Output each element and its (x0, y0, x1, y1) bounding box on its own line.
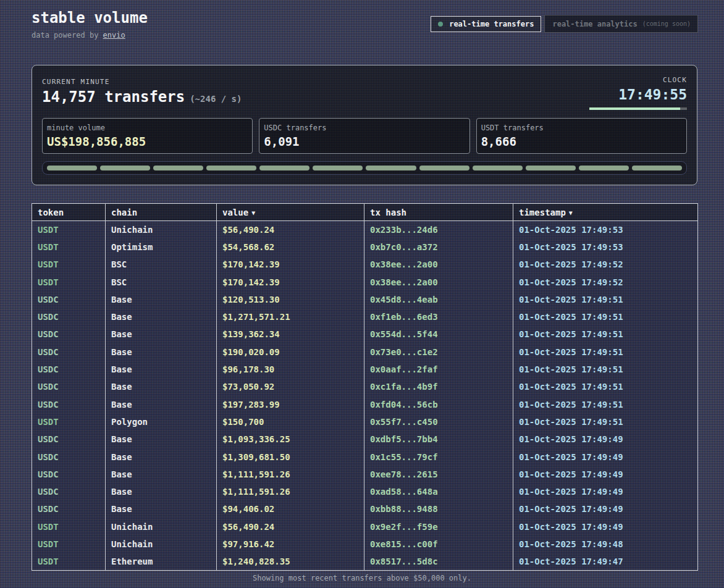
cell-chain: Unichain (106, 536, 217, 553)
table-row[interactable]: USDC Base $73,050.92 0xc1fa...4b9f 01-Oc… (32, 378, 698, 395)
table-row[interactable]: USDT Unichain $97,916.42 0xe815...c00f 0… (32, 536, 698, 553)
segment-4 (206, 166, 256, 170)
table-row[interactable]: USDC Base $1,271,571.21 0xf1eb...6ed3 01… (32, 308, 698, 326)
live-dot-icon (438, 22, 443, 27)
card-usdc-transfers: USDC transfers 6,091 (259, 118, 469, 154)
cell-chain: Base (106, 466, 217, 483)
cell-chain: Optimism (106, 238, 217, 256)
card-value: 8,666 (481, 135, 682, 148)
stat-cards: minute volume US$198,856,885 USDC transf… (42, 118, 687, 154)
cell-chain: Base (106, 291, 217, 308)
table-row[interactable]: USDT Polygon $150,700 0x55f7...c450 01-O… (32, 413, 698, 430)
cell-value: $1,240,828.35 (217, 553, 364, 570)
column-header-chain[interactable]: chain (106, 204, 217, 221)
minute-progress-segments (42, 161, 687, 175)
envio-link[interactable]: envio (103, 31, 125, 40)
cell-tx-hash: 0xdbf5...7bb4 (364, 430, 513, 448)
table-row[interactable]: USDC Base $190,020.09 0x73e0...c1e2 01-O… (32, 343, 698, 361)
cell-value: $170,142.39 (217, 256, 364, 273)
cell-tx-hash: 0xb7c0...a372 (364, 238, 513, 256)
cell-timestamp: 01-Oct-2025 17:49:47 (513, 553, 698, 570)
table-row[interactable]: USDC Base $1,111,591.26 0xee78...2615 01… (32, 466, 698, 483)
table-row[interactable]: USDC Base $1,111,591.26 0xad58...648a 01… (32, 483, 698, 500)
tab-analytics-label: real-time analytics (552, 20, 637, 28)
cell-chain: Polygon (106, 413, 217, 430)
hero-left: CURRENT MINUTE 14,757 transfers(~246 / s… (42, 76, 242, 110)
cell-timestamp: 01-Oct-2025 17:49:51 (513, 395, 698, 413)
cell-chain: BSC (106, 256, 217, 273)
cell-timestamp: 01-Oct-2025 17:49:51 (513, 291, 698, 308)
table-row[interactable]: USDC Base $120,513.30 0x45d8...4eab 01-O… (32, 291, 698, 308)
table-row[interactable]: USDC Base $94,406.02 0xbb88...9488 01-Oc… (32, 500, 698, 518)
cell-token: USDT (32, 238, 106, 256)
cell-token: USDC (32, 500, 106, 518)
column-header-tx-hash[interactable]: tx hash (364, 204, 513, 221)
hero-top-row: CURRENT MINUTE 14,757 transfers(~246 / s… (42, 76, 687, 110)
card-value: US$198,856,885 (47, 135, 248, 148)
cell-token: USDT (32, 536, 106, 553)
column-label: token (38, 208, 64, 217)
column-header-timestamp[interactable]: timestamp▼ (513, 204, 698, 221)
cell-token: USDC (32, 483, 106, 500)
table-row[interactable]: USDC Base $197,283.99 0xfd04...56cb 01-O… (32, 395, 698, 413)
cell-timestamp: 01-Oct-2025 17:49:49 (513, 518, 698, 536)
cell-token: USDC (32, 430, 106, 448)
table-body: USDT Unichain $56,490.24 0x233b...24d6 0… (32, 221, 698, 571)
tabs: real-time transfers real-time analytics … (431, 15, 698, 33)
cell-value: $56,490.24 (217, 518, 364, 536)
topbar: stable volume data powered by envio real… (32, 9, 698, 40)
transfer-count: 14,757 transfers(~246 / s) (42, 88, 242, 106)
cell-chain: BSC (106, 273, 217, 290)
segment-12 (632, 166, 682, 170)
cell-value: $170,142.39 (217, 273, 364, 290)
table-row[interactable]: USDC Base $96,178.30 0x0aaf...2faf 01-Oc… (32, 361, 698, 378)
cell-value: $190,020.09 (217, 343, 364, 361)
cell-token: USDT (32, 221, 106, 238)
tab-real-time-analytics[interactable]: real-time analytics (coming soon) (544, 15, 698, 33)
cell-value: $96,178.30 (217, 361, 364, 378)
cell-timestamp: 01-Oct-2025 17:49:53 (513, 221, 698, 238)
card-value: 6,091 (264, 135, 465, 148)
card-label: USDT transfers (481, 124, 682, 132)
cell-chain: Unichain (106, 518, 217, 536)
table-row[interactable]: USDC Base $1,309,681.50 0x1c55...79cf 01… (32, 448, 698, 465)
table-row[interactable]: USDT Ethereum $1,240,828.35 0x8517...5d8… (32, 553, 698, 570)
column-label: timestamp (519, 208, 566, 217)
tab-real-time-transfers[interactable]: real-time transfers (431, 16, 541, 32)
table-row[interactable]: USDT BSC $170,142.39 0x38ee...2a00 01-Oc… (32, 256, 698, 273)
cell-value: $1,271,571.21 (217, 308, 364, 326)
column-header-token[interactable]: token (32, 204, 106, 221)
cell-timestamp: 01-Oct-2025 17:49:51 (513, 413, 698, 430)
cell-timestamp: 01-Oct-2025 17:49:51 (513, 343, 698, 361)
cell-tx-hash: 0x38ee...2a00 (364, 273, 513, 290)
cell-timestamp: 01-Oct-2025 17:49:52 (513, 256, 698, 273)
cell-chain: Base (106, 430, 217, 448)
cell-token: USDC (32, 291, 106, 308)
table-row[interactable]: USDC Base $1,093,336.25 0xdbf5...7bb4 01… (32, 430, 698, 448)
transfer-count-value: 14,757 transfers (42, 88, 185, 106)
cell-token: USDC (32, 343, 106, 361)
table-row[interactable]: USDT Optimism $54,568.62 0xb7c0...a372 0… (32, 238, 698, 256)
tab-transfers-label: real-time transfers (449, 20, 534, 28)
cell-timestamp: 01-Oct-2025 17:49:52 (513, 273, 698, 290)
card-usdt-transfers: USDT transfers 8,666 (476, 118, 687, 154)
cell-chain: Base (106, 500, 217, 518)
table-row[interactable]: USDT Unichain $56,490.24 0x233b...24d6 0… (32, 221, 698, 238)
cell-token: USDT (32, 273, 106, 290)
cell-chain: Base (106, 378, 217, 395)
cell-chain: Base (106, 448, 217, 465)
table-header: token chain value▼ tx hash timestamp▼ (32, 204, 698, 221)
cell-tx-hash: 0x554d...5f44 (364, 326, 513, 343)
table-row[interactable]: USDT Unichain $56,490.24 0x9e2f...f59e 0… (32, 518, 698, 536)
table-row[interactable]: USDT BSC $170,142.39 0x38ee...2a00 01-Oc… (32, 273, 698, 290)
cell-value: $120,513.30 (217, 291, 364, 308)
column-header-value[interactable]: value▼ (217, 204, 364, 221)
cell-chain: Base (106, 326, 217, 343)
cell-timestamp: 01-Oct-2025 17:49:48 (513, 536, 698, 553)
table-row[interactable]: USDC Base $139,362.34 0x554d...5f44 01-O… (32, 326, 698, 343)
footnote: Showing most recent transfers above $50,… (0, 574, 724, 582)
cell-tx-hash: 0xad58...648a (364, 483, 513, 500)
page: stable volume data powered by envio real… (0, 0, 724, 588)
cell-tx-hash: 0x8517...5d8c (364, 553, 513, 570)
cell-chain: Base (106, 361, 217, 378)
